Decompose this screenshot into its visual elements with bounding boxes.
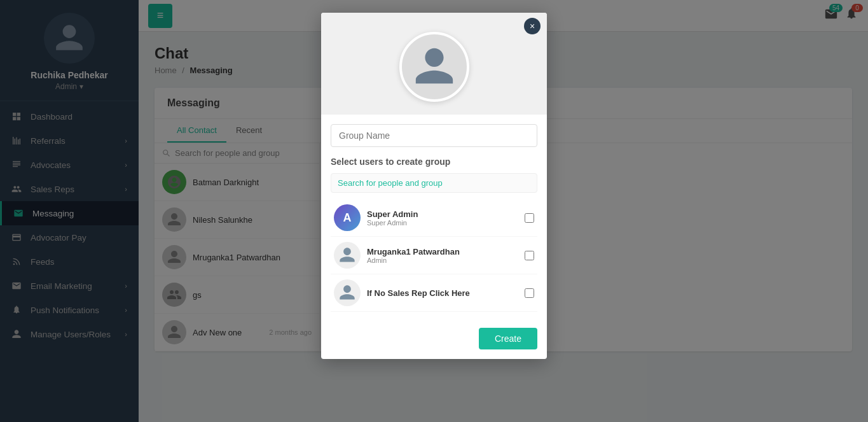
user-search-box[interactable]: Search for people and group xyxy=(331,173,537,193)
modal-close-button[interactable]: × xyxy=(524,18,541,34)
avatar: A xyxy=(334,204,361,231)
user-info: Super Admin Super Admin xyxy=(367,209,518,227)
avatar xyxy=(334,279,361,306)
user-select-checkbox[interactable] xyxy=(525,213,534,223)
modal-avatar xyxy=(399,32,469,102)
modal-avatar-section: × xyxy=(321,13,547,115)
user-list: A Super Admin Super Admin Mruganka1 Patw… xyxy=(331,199,537,312)
user-select-checkbox[interactable] xyxy=(525,251,534,260)
user-info: If No Sales Rep Click Here xyxy=(367,288,518,298)
create-group-button[interactable]: Create xyxy=(479,328,537,349)
user-select-checkbox[interactable] xyxy=(525,288,534,298)
user-item: A Super Admin Super Admin xyxy=(331,199,537,237)
modal-overlay[interactable]: × Select users to create group Search fo… xyxy=(0,0,868,422)
group-name-input[interactable] xyxy=(331,124,537,147)
user-item: If No Sales Rep Click Here xyxy=(331,274,537,312)
avatar xyxy=(334,242,361,269)
modal-body: Select users to create group Search for … xyxy=(321,115,547,321)
user-info: Mruganka1 Patwardhan Admin xyxy=(367,247,518,264)
modal-footer: Create xyxy=(321,321,547,359)
select-users-label: Select users to create group xyxy=(331,157,537,167)
create-group-modal: × Select users to create group Search fo… xyxy=(321,13,547,359)
user-item: Mruganka1 Patwardhan Admin xyxy=(331,237,537,274)
